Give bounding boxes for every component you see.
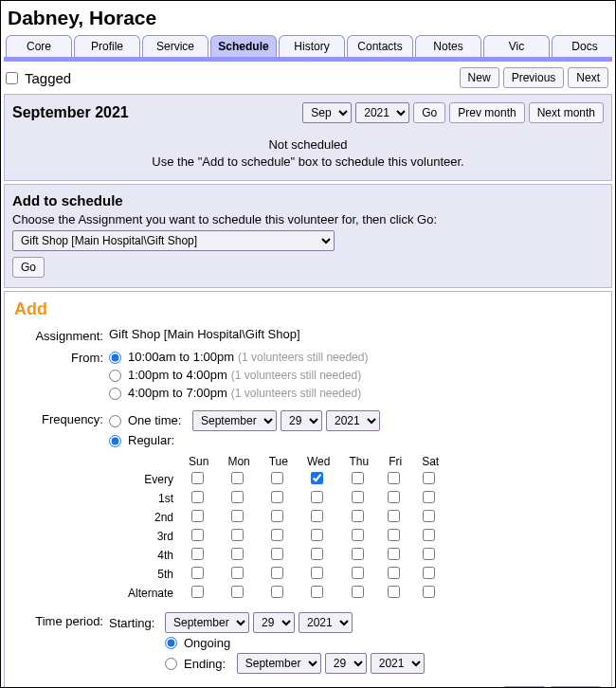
one-time-radio[interactable] [109, 415, 121, 427]
recurrence-check-1st-fri[interactable] [388, 491, 400, 503]
recurrence-check-1st-wed[interactable] [311, 491, 323, 503]
recurrence-check-alternate-sat[interactable] [423, 586, 435, 598]
recurrence-check-2nd-wed[interactable] [311, 510, 323, 522]
prev-month-button[interactable]: Prev month [449, 102, 524, 123]
regular-label: Regular: [128, 432, 174, 449]
one-time-year-select[interactable]: 2021 [326, 410, 380, 431]
recurrence-check-1st-mon[interactable] [231, 491, 244, 503]
recurrence-check-alternate-tue[interactable] [271, 586, 283, 598]
from-label: From: [14, 349, 109, 365]
recurrence-check-3rd-wed[interactable] [311, 529, 323, 541]
go-button[interactable]: Go [413, 102, 445, 123]
recurrence-check-every-sun[interactable] [191, 472, 204, 484]
recurrence-row-4th: 4th [124, 546, 179, 565]
recurrence-check-every-mon[interactable] [231, 472, 244, 484]
recurrence-check-5th-thu[interactable] [352, 567, 364, 579]
new-button[interactable]: New [460, 67, 499, 88]
recurrence-check-every-tue[interactable] [271, 472, 283, 484]
next-button[interactable]: Next [568, 67, 608, 88]
recurrence-check-alternate-thu[interactable] [352, 586, 364, 598]
recurrence-check-2nd-thu[interactable] [352, 510, 364, 522]
one-time-month-select[interactable]: September [192, 410, 277, 431]
tagged-checkbox-label[interactable]: Tagged [6, 70, 71, 86]
recurrence-check-2nd-tue[interactable] [271, 510, 283, 522]
time-period-label: Time period: [14, 612, 109, 628]
tab-docs[interactable]: Docs [552, 35, 616, 57]
month-select[interactable]: Sep [302, 102, 352, 123]
tab-schedule[interactable]: Schedule [210, 35, 277, 57]
regular-radio[interactable] [109, 435, 121, 447]
tab-contacts[interactable]: Contacts [347, 35, 413, 57]
end-day-select[interactable]: 29 [325, 653, 367, 674]
add-to-schedule-instr: Choose the Assignment you want to schedu… [12, 212, 604, 226]
recurrence-check-4th-tue[interactable] [271, 548, 283, 560]
recurrence-check-3rd-sat[interactable] [423, 529, 435, 541]
ongoing-radio[interactable] [165, 637, 177, 649]
recurrence-check-4th-wed[interactable] [311, 548, 323, 560]
day-header-tue: Tue [260, 453, 298, 470]
recurrence-check-3rd-fri[interactable] [388, 529, 400, 541]
recurrence-check-3rd-tue[interactable] [271, 529, 283, 541]
one-time-day-select[interactable]: 29 [281, 410, 322, 431]
recurrence-check-5th-tue[interactable] [271, 567, 283, 579]
recurrence-check-1st-sun[interactable] [191, 491, 204, 503]
recurrence-check-2nd-sat[interactable] [423, 510, 435, 522]
recurrence-check-3rd-sun[interactable] [191, 529, 204, 541]
recurrence-check-every-fri[interactable] [388, 472, 400, 484]
shift-label-1: 1:00pm to 4:00pm [128, 367, 227, 384]
start-month-select[interactable]: September [165, 612, 249, 633]
recurrence-check-3rd-mon[interactable] [231, 529, 244, 541]
shift-radio-0[interactable] [109, 352, 121, 364]
day-header-fri: Fri [378, 453, 412, 470]
ending-label: Ending: [184, 657, 226, 671]
recurrence-check-alternate-mon[interactable] [231, 586, 244, 598]
recurrence-check-5th-sun[interactable] [191, 567, 204, 579]
tabs-row: CoreProfileServiceScheduleHistoryContact… [4, 35, 612, 62]
shift-radio-2[interactable] [109, 388, 121, 400]
recurrence-check-3rd-thu[interactable] [352, 529, 364, 541]
recurrence-check-4th-mon[interactable] [231, 548, 244, 560]
tab-profile[interactable]: Profile [74, 35, 140, 57]
recurrence-check-1st-tue[interactable] [271, 491, 283, 503]
assignment-go-button[interactable]: Go [12, 257, 45, 278]
recurrence-check-2nd-sun[interactable] [191, 510, 204, 522]
recurrence-check-5th-mon[interactable] [231, 567, 244, 579]
next-month-button[interactable]: Next month [529, 102, 604, 123]
recurrence-check-alternate-wed[interactable] [311, 586, 323, 598]
tab-notes[interactable]: Notes [415, 35, 481, 57]
end-month-select[interactable]: September [237, 653, 321, 674]
recurrence-check-1st-thu[interactable] [352, 491, 364, 503]
recurrence-check-1st-sat[interactable] [423, 491, 435, 503]
recurrence-check-5th-fri[interactable] [388, 567, 400, 579]
recurrence-check-every-thu[interactable] [352, 472, 364, 484]
add-to-schedule-panel: Add to schedule Choose the Assignment yo… [4, 184, 612, 288]
frequency-label: Frequency: [14, 410, 109, 426]
end-year-select[interactable]: 2021 [371, 653, 425, 674]
tab-vic[interactable]: Vic [483, 35, 550, 57]
tab-core[interactable]: Core [6, 35, 72, 57]
recurrence-check-5th-wed[interactable] [311, 567, 323, 579]
shift-radio-1[interactable] [109, 370, 121, 382]
ending-radio[interactable] [165, 658, 177, 670]
recurrence-check-4th-sun[interactable] [191, 548, 204, 560]
recurrence-check-every-wed[interactable] [311, 472, 323, 484]
tagged-checkbox[interactable] [6, 72, 18, 84]
start-day-select[interactable]: 29 [253, 612, 295, 633]
tab-history[interactable]: History [279, 35, 345, 57]
assignment-select[interactable]: Gift Shop [Main Hospital\Gift Shop] [12, 230, 335, 251]
assignment-value: Gift Shop [Main Hospital\Gift Shop] [109, 327, 602, 341]
recurrence-check-every-sat[interactable] [423, 472, 435, 484]
recurrence-check-4th-fri[interactable] [388, 548, 400, 560]
previous-button[interactable]: Previous [503, 67, 565, 88]
recurrence-check-4th-sat[interactable] [423, 548, 435, 560]
recurrence-check-4th-thu[interactable] [352, 548, 364, 560]
recurrence-check-5th-sat[interactable] [423, 567, 435, 579]
recurrence-check-2nd-mon[interactable] [231, 510, 244, 522]
tab-service[interactable]: Service [142, 35, 208, 57]
year-select[interactable]: 2021 [355, 102, 409, 123]
recurrence-check-2nd-fri[interactable] [388, 510, 400, 522]
start-year-select[interactable]: 2021 [299, 612, 353, 633]
recurrence-check-alternate-fri[interactable] [388, 586, 400, 598]
schedule-hint-text: Use the "Add to schedule" box to schedul… [12, 154, 604, 171]
recurrence-check-alternate-sun[interactable] [191, 586, 204, 598]
